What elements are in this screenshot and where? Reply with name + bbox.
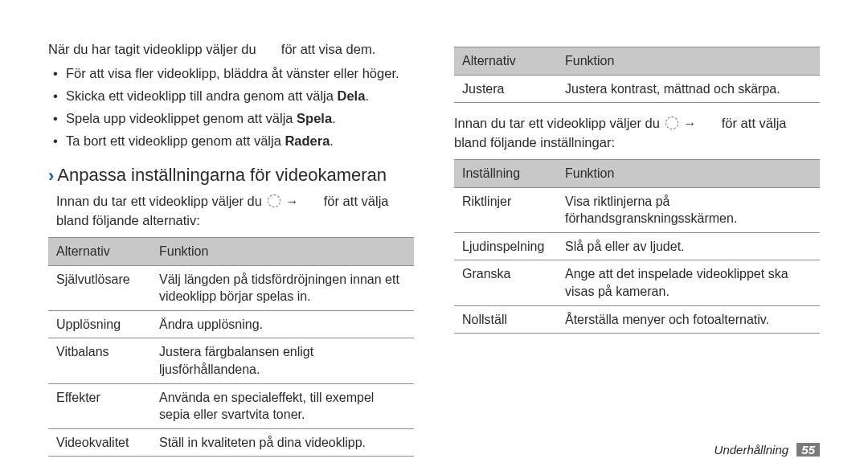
subheading-paragraph: Innan du tar ett videoklipp väljer du → … [48, 192, 414, 231]
th-installning: Inställning [454, 160, 557, 188]
gear-icon [665, 117, 678, 129]
th-funktion: Funktion [557, 160, 820, 188]
page-footer: Underhållning 55 [714, 443, 820, 457]
cell-desc: Välj längden på tidsfördröjningen innan … [151, 265, 414, 310]
table-row: RiktlinjerVisa riktlinjerna på förhandsg… [454, 187, 820, 232]
list-text: Spela upp videoklippet genom att välja [66, 111, 297, 125]
table-row: UpplösningÄndra upplösning. [48, 310, 414, 338]
table-row: JusteraJustera kontrast, mättnad och skä… [454, 75, 820, 103]
intro-text-a: När du har tagit videoklipp väljer du [48, 42, 256, 56]
cell-name: Ljudinspelning [454, 232, 557, 260]
th-alternativ: Alternativ [454, 47, 557, 76]
list-item: Skicka ett videoklipp till andra genom a… [53, 87, 414, 106]
gear-icon [268, 195, 280, 207]
cell-name: Nollställ [454, 305, 557, 334]
cell-desc: Använda en specialeffekt, till exempel s… [151, 383, 414, 428]
cell-name: Justera [454, 75, 557, 103]
section-heading: ›Anpassa inställningarna för videokamera… [48, 164, 414, 188]
instruction-list: För att visa fler videoklipp, bläddra åt… [48, 64, 414, 151]
th-alternativ: Alternativ [48, 238, 151, 266]
table-row: LjudinspelningSlå på eller av ljudet. [454, 232, 820, 260]
table-row: VideokvalitetStäll in kvaliteten på dina… [48, 428, 414, 457]
cell-name: Självutlösare [48, 265, 151, 310]
cell-desc: Visa riktlinjerna på förhandsgransknings… [557, 187, 820, 232]
left-column: När du har tagit videoklipp väljer du fö… [48, 40, 414, 447]
bold-text: Spela [297, 111, 332, 125]
list-item: Spela upp videoklippet genom att välja S… [53, 109, 414, 129]
list-text: Skicka ett videoklipp till andra genom a… [66, 88, 338, 103]
table-row: GranskaAnge att det inspelade videoklipp… [454, 260, 820, 305]
list-item: Ta bort ett videoklipp genom att välja R… [53, 132, 414, 151]
mid-paragraph: Innan du tar ett videoklipp väljer du → … [454, 114, 820, 153]
cell-name: Upplösning [48, 310, 151, 338]
right-column: Alternativ Funktion JusteraJustera kontr… [454, 40, 820, 447]
options-table: Alternativ Funktion SjälvutlösareVälj lä… [48, 237, 414, 457]
list-text: Ta bort ett videoklipp genom att välja [66, 133, 285, 148]
cell-name: Riktlinjer [454, 187, 557, 232]
table-row: SjälvutlösareVälj längden på tidsfördröj… [48, 265, 414, 310]
cell-desc: Återställa menyer och fotoalternativ. [557, 305, 820, 334]
intro-paragraph: När du har tagit videoklipp väljer du fö… [48, 40, 414, 59]
mid-text-a: Innan du tar ett videoklipp väljer du [454, 116, 660, 130]
table-row: EffekterAnvända en specialeffekt, till e… [48, 383, 414, 428]
table-header-row: Alternativ Funktion [48, 238, 414, 266]
cell-desc: Justera kontrast, mättnad och skärpa. [557, 75, 820, 103]
list-text: För att visa fler videoklipp, bläddra åt… [66, 66, 399, 80]
cell-desc: Ange att det inspelade videoklippet ska … [557, 260, 820, 305]
table-header-row: Alternativ Funktion [454, 47, 820, 76]
th-funktion: Funktion [151, 238, 414, 266]
th-funktion: Funktion [557, 47, 820, 76]
bold-text: Dela [338, 88, 366, 103]
options-table-continued: Alternativ Funktion JusteraJustera kontr… [454, 47, 820, 103]
settings-table: Inställning Funktion RiktlinjerVisa rikt… [454, 159, 820, 334]
cell-desc: Justera färgbalansen enligt ljusförhålla… [151, 338, 414, 383]
cell-name: Effekter [48, 383, 151, 428]
page-number: 55 [796, 443, 820, 457]
cell-name: Videokvalitet [48, 428, 151, 457]
cell-desc: Ställ in kvaliteten på dina videoklipp. [151, 428, 414, 457]
table-header-row: Inställning Funktion [454, 160, 820, 188]
footer-section: Underhållning [714, 443, 789, 457]
cell-desc: Slå på eller av ljudet. [557, 232, 820, 260]
cell-desc: Ändra upplösning. [151, 310, 414, 338]
heading-text: Anpassa inställningarna för videokameran [57, 165, 387, 185]
list-item: För att visa fler videoklipp, bläddra åt… [53, 64, 414, 84]
table-row: VitbalansJustera färgbalansen enligt lju… [48, 338, 414, 383]
sub-text-a: Innan du tar ett videoklipp väljer du [56, 194, 262, 208]
chevron-icon: › [48, 166, 54, 186]
bold-text: Radera [285, 133, 330, 148]
cell-name: Vitbalans [48, 338, 151, 383]
table-row: NollställÅterställa menyer och fotoalter… [454, 305, 820, 334]
intro-text-b: för att visa dem. [281, 42, 375, 56]
cell-name: Granska [454, 260, 557, 305]
